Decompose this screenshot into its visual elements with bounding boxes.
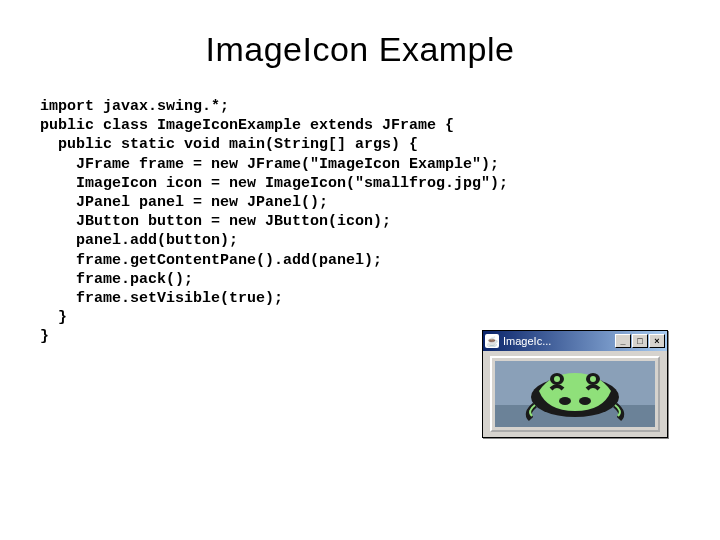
svg-point-5 <box>554 376 560 382</box>
window-client-area <box>483 351 667 437</box>
frog-image-icon <box>495 361 655 427</box>
titlebar-buttons: _ □ × <box>614 334 665 348</box>
maximize-button[interactable]: □ <box>632 334 648 348</box>
close-button[interactable]: × <box>649 334 665 348</box>
svg-point-8 <box>579 397 591 405</box>
code-block: import javax.swing.*; public class Image… <box>40 97 680 346</box>
page-title: ImageIcon Example <box>40 30 680 69</box>
svg-point-6 <box>590 376 596 382</box>
example-window: ☕ ImageIc... _ □ × <box>482 330 668 438</box>
slide: ImageIcon Example import javax.swing.*; … <box>0 0 720 540</box>
image-button[interactable] <box>490 356 660 432</box>
titlebar: ☕ ImageIc... _ □ × <box>483 331 667 351</box>
minimize-button[interactable]: _ <box>615 334 631 348</box>
java-app-icon: ☕ <box>485 334 499 348</box>
svg-point-7 <box>559 397 571 405</box>
window-title: ImageIc... <box>501 335 612 347</box>
